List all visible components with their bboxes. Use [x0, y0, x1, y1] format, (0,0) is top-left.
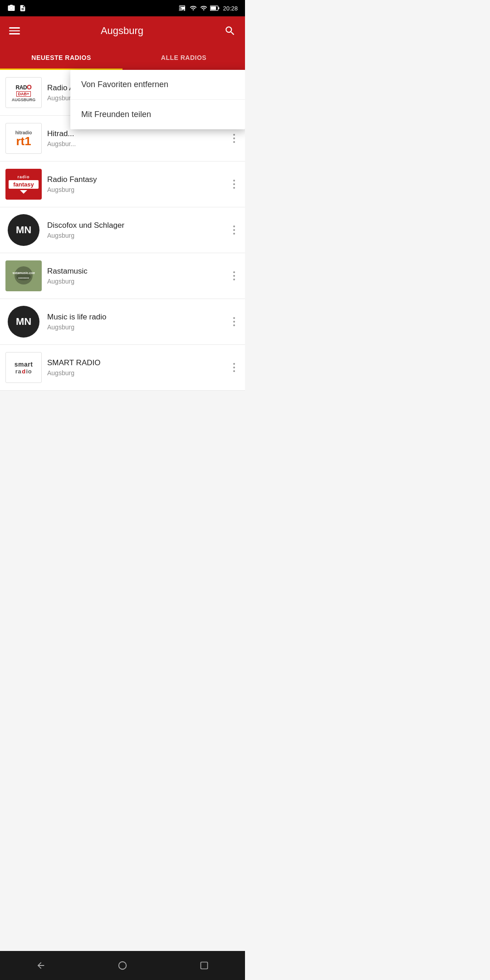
- signal-icon: [200, 5, 207, 12]
- context-menu: Von Favoriten entfernen Mit Freunden tei…: [70, 70, 245, 129]
- more-options-button[interactable]: [229, 178, 240, 191]
- radio-name: Hitrad...: [47, 129, 223, 138]
- radio-location: Augsburg: [47, 232, 223, 239]
- hitradio-logo: hitradio rt1: [5, 123, 42, 154]
- radio-location: Augsburg: [47, 323, 223, 331]
- tab-alle-radios[interactable]: ALLE RADIOS: [122, 45, 245, 70]
- smart-radio-info: SMART RADIO Augsburg: [42, 358, 229, 377]
- rastamusic-logo: rastamusic.com ●●●●●●●●: [5, 260, 42, 291]
- radio-name: Rastamusic: [47, 267, 223, 276]
- radio-name: SMART RADIO: [47, 358, 223, 368]
- page-title: Augsburg: [101, 25, 143, 37]
- file-icon: [19, 4, 26, 12]
- music-life-logo: MN: [5, 306, 42, 337]
- more-options-button[interactable]: [229, 224, 240, 236]
- smart-radio-logo: smart radio: [5, 352, 42, 383]
- radio-list-wrapper: RADO DAB+ AUGSBURG Radio Augsburg Augsbu…: [0, 70, 245, 391]
- more-options-button[interactable]: [229, 315, 240, 328]
- app-bar: Augsburg: [0, 16, 245, 45]
- time-display: 20:28: [223, 5, 238, 12]
- svg-rect-2: [211, 6, 216, 10]
- more-options-button[interactable]: [229, 132, 240, 145]
- remove-favorite-item[interactable]: Von Favoriten entfernen: [70, 70, 245, 100]
- camera-icon: [7, 4, 15, 12]
- status-bar-left: [7, 4, 26, 12]
- status-bar-right: 20:28: [178, 5, 238, 12]
- fantasy-logo: radio fantasy: [5, 169, 42, 200]
- radio-list: RADO DAB+ AUGSBURG Radio Augsburg Augsbu…: [0, 70, 245, 391]
- list-item[interactable]: rastamusic.com ●●●●●●●● Rastamusic Augsb…: [0, 253, 245, 299]
- svg-rect-3: [219, 7, 220, 9]
- music-life-info: Music is life radio Augsburg: [42, 313, 229, 331]
- list-item[interactable]: MN Music is life radio Augsburg: [0, 299, 245, 345]
- radio-name: Radio Fantasy: [47, 175, 223, 184]
- cast-icon: [178, 5, 186, 12]
- menu-button[interactable]: [9, 27, 20, 34]
- share-item[interactable]: Mit Freunden teilen: [70, 100, 245, 129]
- discofox-logo: MN: [5, 215, 42, 245]
- search-button[interactable]: [224, 25, 236, 37]
- discofox-info: Discofox und Schlager Augsburg: [42, 221, 229, 239]
- radio-location: Augsburg: [47, 186, 223, 193]
- svg-text:●●●●●●●●: ●●●●●●●●: [18, 276, 29, 279]
- svg-point-0: [10, 6, 13, 10]
- more-options-button[interactable]: [229, 361, 240, 374]
- radio-location: Augsbur...: [47, 140, 223, 147]
- radio-name: Music is life radio: [47, 313, 223, 322]
- tabs: NEUESTE RADIOS ALLE RADIOS: [0, 45, 245, 70]
- more-options-button[interactable]: [229, 270, 240, 282]
- list-item[interactable]: smart radio SMART RADIO Augsburg: [0, 345, 245, 391]
- list-item[interactable]: MN Discofox und Schlager Augsburg: [0, 207, 245, 253]
- radio-augsburg-logo: RADO DAB+ AUGSBURG: [5, 77, 42, 108]
- rastamusic-info: Rastamusic Augsburg: [42, 267, 229, 285]
- tab-neueste-radios[interactable]: NEUESTE RADIOS: [0, 45, 122, 70]
- radio-location: Augsburg: [47, 278, 223, 285]
- svg-text:rastamusic.com: rastamusic.com: [12, 271, 35, 274]
- radio-location: Augsburg: [47, 369, 223, 377]
- list-item[interactable]: radio fantasy Radio Fantasy Augsburg: [0, 162, 245, 207]
- hitradio-info: Hitrad... Augsbur...: [42, 129, 229, 147]
- status-bar: 20:28: [0, 0, 245, 16]
- fantasy-info: Radio Fantasy Augsburg: [42, 175, 229, 193]
- battery-icon: [210, 5, 220, 11]
- wifi-icon: [189, 5, 197, 12]
- radio-name: Discofox und Schlager: [47, 221, 223, 230]
